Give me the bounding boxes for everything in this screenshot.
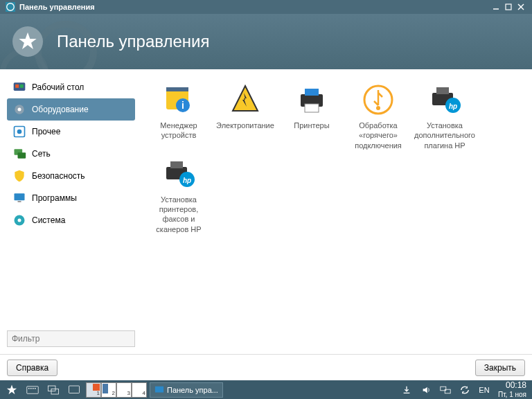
taskbar-clock[interactable]: 00:18 Пт, 1 ноя (495, 381, 529, 398)
filter-input[interactable] (7, 330, 135, 347)
svg-point-11 (17, 130, 22, 134)
windows-icon[interactable] (44, 382, 62, 398)
close-button[interactable] (515, 1, 526, 12)
sidebar-item-label: Система (32, 215, 65, 225)
svg-rect-38 (33, 388, 34, 389)
app-icon (6, 2, 15, 12)
sidebar-item-other[interactable]: Прочее (7, 121, 135, 143)
sidebar-item-security[interactable]: Безопасность (7, 165, 135, 187)
monitor-icon (12, 191, 26, 205)
sidebar-item-label: Программы (32, 193, 77, 203)
printer-icon (295, 83, 328, 116)
svg-rect-2 (506, 4, 511, 10)
svg-rect-19 (166, 87, 188, 91)
svg-rect-36 (28, 388, 30, 389)
sidebar-item-system[interactable]: Система (7, 209, 135, 231)
tray-volume-icon[interactable] (418, 382, 434, 398)
svg-rect-39 (35, 388, 36, 389)
close-panel-button[interactable]: Закрыть (475, 360, 525, 376)
svg-point-26 (376, 106, 380, 110)
tray-lang[interactable]: EN (476, 382, 493, 398)
item-hotplug[interactable]: Обработка «горячего» подключения (345, 80, 411, 154)
item-label: Менеджер устройств (147, 121, 211, 141)
main-panel: i Менеджер устройств Электропитание Прин… (142, 76, 525, 347)
svg-rect-23 (305, 89, 319, 96)
tray-download-icon[interactable] (398, 382, 415, 398)
sidebar-item-desktop[interactable]: Рабочий стол (7, 76, 135, 98)
svg-rect-6 (15, 85, 19, 88)
svg-rect-35 (27, 386, 39, 393)
sidebar-item-programs[interactable]: Программы (7, 187, 135, 209)
item-label: Обработка «горячего» подключения (346, 121, 410, 150)
item-label: Установка принтеров, факсов и сканеров H… (147, 195, 211, 234)
svg-rect-7 (20, 85, 24, 88)
svg-rect-43 (155, 386, 163, 392)
svg-rect-37 (30, 388, 32, 389)
sidebar-item-hardware[interactable]: Оборудование (7, 98, 135, 121)
sidebar-item-label: Рабочий стол (32, 82, 84, 92)
minimize-button[interactable] (490, 1, 502, 12)
svg-rect-5 (14, 82, 26, 91)
sidebar-item-label: Сеть (32, 149, 51, 159)
network-icon (12, 147, 26, 161)
svg-rect-28 (436, 87, 449, 94)
power-icon (229, 83, 262, 116)
svg-point-9 (18, 108, 21, 112)
item-hp-install[interactable]: hp Установка принтеров, факсов и сканеро… (145, 154, 212, 238)
header-banner: Панель управления (0, 14, 532, 69)
taskbar-app-label: Панель упра... (167, 386, 218, 394)
titlebar: Панель управления (0, 0, 532, 14)
sidebar: Рабочий стол Оборудование Прочее Сеть Бе… (7, 76, 135, 347)
svg-text:hp: hp (183, 177, 191, 184)
clock-date: Пт, 1 ноя (498, 391, 526, 398)
page-title: Панель управления (57, 32, 209, 51)
svg-rect-32 (170, 161, 183, 168)
clock-time: 00:18 (498, 381, 526, 390)
workspace-pager[interactable]: 1 2 3 4 (86, 382, 147, 398)
svg-text:i: i (181, 100, 184, 111)
tray-sync-icon[interactable] (456, 382, 473, 398)
control-panel-window: Панель управления Панель управления Рабо… (0, 0, 532, 380)
item-printers[interactable]: Принтеры (278, 80, 345, 154)
footer: Справка Закрыть (0, 354, 532, 380)
hp-install-icon: hp (162, 157, 195, 190)
help-button[interactable]: Справка (7, 360, 57, 376)
svg-rect-42 (69, 386, 80, 393)
taskbar-app-button[interactable]: Панель упра... (150, 382, 223, 398)
star-icon (12, 26, 43, 57)
keyboard-icon[interactable] (24, 382, 42, 398)
svg-rect-15 (18, 201, 21, 202)
svg-point-17 (18, 219, 21, 222)
item-hp-plugin[interactable]: hp Установка дополнительного плагина HP (411, 80, 478, 154)
item-label: Установка дополнительного плагина HP (413, 121, 477, 150)
svg-rect-13 (18, 152, 26, 158)
svg-rect-41 (51, 389, 59, 394)
device-manager-icon: i (162, 83, 195, 116)
item-power[interactable]: Электропитание (212, 80, 278, 154)
shield-icon (12, 169, 26, 183)
hardware-icon (12, 103, 26, 116)
start-button[interactable] (3, 382, 21, 398)
svg-rect-40 (48, 386, 56, 391)
sidebar-item-label: Оборудование (32, 105, 89, 114)
svg-rect-14 (15, 193, 25, 200)
taskbar: 1 2 3 4 Панель упра... EN 00:18 Пт, 1 но… (0, 380, 532, 399)
sidebar-item-label: Безопасность (32, 171, 85, 181)
sidebar-item-label: Прочее (32, 127, 60, 136)
svg-point-0 (7, 3, 15, 11)
item-device-manager[interactable]: i Менеджер устройств (145, 80, 212, 154)
desktop-show-icon[interactable] (65, 382, 83, 398)
other-icon (12, 125, 26, 139)
svg-rect-24 (305, 104, 319, 112)
sidebar-item-network[interactable]: Сеть (7, 143, 135, 165)
gear-icon (12, 213, 26, 227)
item-label: Принтеры (280, 121, 344, 130)
hp-printer-icon: hp (428, 83, 461, 116)
maximize-button[interactable] (503, 1, 514, 12)
window-title: Панель управления (19, 3, 95, 11)
item-label: Электропитание (213, 121, 277, 130)
desktop-icon (12, 80, 26, 94)
usb-icon (362, 83, 395, 116)
tray-network-icon[interactable] (437, 382, 454, 398)
svg-text:hp: hp (449, 103, 457, 110)
